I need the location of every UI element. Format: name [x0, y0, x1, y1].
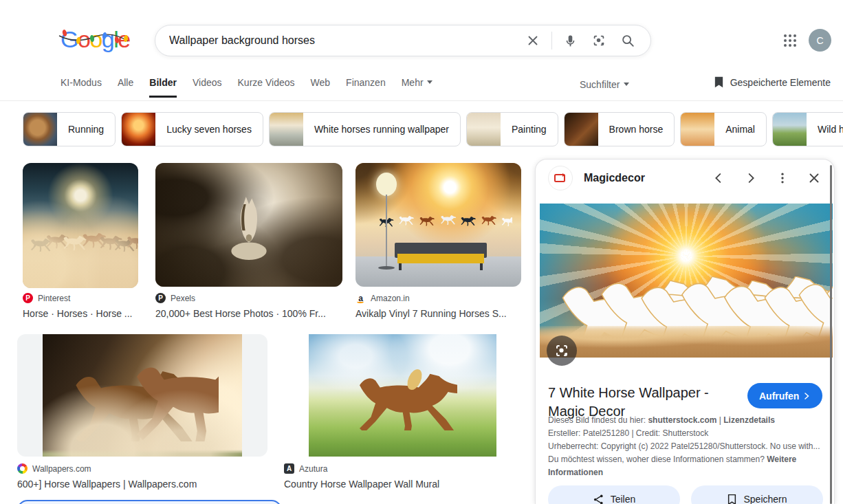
chip-painting[interactable]: Painting — [466, 112, 558, 146]
horse-artwork — [354, 355, 457, 430]
tab-mehr[interactable]: Mehr — [402, 77, 433, 98]
clear-search-icon[interactable] — [518, 33, 547, 48]
tab-alle[interactable]: Alle — [118, 77, 133, 98]
close-panel-button[interactable] — [807, 171, 822, 186]
bookmark-icon — [714, 76, 724, 88]
lens-search-icon[interactable] — [584, 33, 613, 48]
chip-thumbnail — [270, 113, 303, 146]
tab-bilder[interactable]: Bilder — [149, 77, 177, 98]
meta-copyright: Urheberrecht: Copyright (c) 2022 Patel25… — [548, 441, 820, 451]
panel-scrollbar[interactable] — [830, 165, 832, 504]
chip-brown-horse[interactable]: Brown horse — [564, 112, 675, 146]
result-caption: Wallpapers.com 600+] Horse Wallpapers | … — [17, 463, 267, 490]
visit-site-button[interactable]: Aufrufen — [747, 383, 822, 408]
result-image-azutura[interactable] — [284, 334, 521, 457]
result-source[interactable]: Amazon.in — [371, 294, 410, 303]
chip-wild-horses[interactable]: Wild horses — [772, 112, 843, 146]
chip-thumbnail — [467, 113, 501, 146]
related-searches-button[interactable] — [17, 500, 282, 504]
panel-site-name[interactable]: Magicdecor — [584, 172, 645, 184]
result-caption: P Pinterest Horse · Horses · Horse ... — [23, 293, 153, 319]
save-button[interactable]: Speichern — [691, 485, 823, 504]
logo-letter: e — [118, 26, 129, 52]
result-title[interactable]: 20,000+ Best Horse Photos · 100% Fr... — [155, 308, 342, 319]
sofa-seat — [397, 254, 484, 263]
close-icon — [807, 171, 822, 186]
google-logo[interactable]: Google — [61, 25, 130, 54]
result-image-pexels[interactable] — [155, 163, 342, 287]
sofa-leg — [399, 263, 402, 270]
chip-thumbnail — [681, 113, 714, 146]
chip-thumbnail — [565, 113, 598, 146]
share-button[interactable]: Teilen — [548, 485, 680, 504]
tab-ki-modus[interactable]: KI-Modus — [61, 77, 102, 98]
result-image-pinterest[interactable] — [23, 163, 138, 288]
next-image-button[interactable] — [743, 171, 758, 186]
meta-source-link[interactable]: shutterstock.com — [648, 415, 716, 425]
lens-button[interactable] — [547, 336, 577, 366]
share-label: Teilen — [611, 494, 636, 504]
result-caption: A Azutura Country Horse Wallpaper Wall M… — [284, 463, 521, 490]
horses-artwork — [23, 230, 138, 273]
chip-white-horses-running[interactable]: White horses running wallpaper — [269, 112, 461, 146]
bookmark-icon — [727, 494, 737, 504]
search-filter-label: Suchfilter — [580, 79, 620, 90]
license-details-link[interactable]: Lizenzdetails — [723, 415, 775, 425]
google-apps-icon[interactable] — [783, 34, 797, 47]
horses-artwork — [365, 212, 512, 245]
azutura-favicon-icon: A — [284, 463, 294, 474]
result-source[interactable]: Azutura — [299, 464, 327, 474]
saved-items-button[interactable]: Gespeicherte Elemente — [714, 76, 831, 88]
chip-lucky-seven-horses[interactable]: Lucky seven horses — [121, 112, 263, 146]
floor-lamp-base — [378, 266, 395, 270]
sofa-leg — [480, 263, 483, 270]
image-metadata: Dieses Bild findest du hier: shutterstoc… — [548, 414, 826, 453]
avatar[interactable]: C — [809, 29, 831, 52]
tab-kurze-videos[interactable]: Kurze Videos — [238, 77, 295, 98]
search-icon[interactable] — [613, 33, 642, 48]
chevron-right-icon — [743, 171, 758, 186]
result-title[interactable]: Avikalp Vinyl 7 Running Horses S... — [355, 308, 521, 319]
floor-lamp-pole — [386, 195, 387, 267]
divider — [0, 100, 843, 101]
result-source[interactable]: Pinterest — [38, 294, 70, 303]
chevron-down-icon — [427, 80, 433, 84]
voice-search-icon[interactable] — [556, 34, 584, 48]
result-image-wallpapers[interactable] — [17, 334, 267, 457]
result-source[interactable]: Pexels — [171, 294, 195, 303]
result-caption: a Amazon.in Avikalp Vinyl 7 Running Hors… — [355, 293, 521, 319]
visit-label: Aufrufen — [759, 391, 799, 402]
kebab-menu-icon — [776, 171, 789, 185]
image-detail-panel: Magicdecor — [536, 160, 834, 504]
saved-items-label: Gespeicherte Elemente — [730, 77, 831, 88]
result-title[interactable]: 600+] Horse Wallpapers | Wallpapers.com — [17, 479, 267, 490]
logo-letter: g — [102, 26, 113, 52]
previous-image-button[interactable] — [711, 171, 726, 186]
save-label: Speichern — [743, 494, 787, 504]
result-title[interactable]: Country Horse Wallpaper Wall Mural — [284, 479, 521, 490]
result-title[interactable]: Horse · Horses · Horse ... — [23, 308, 153, 319]
chevron-down-icon — [624, 83, 629, 86]
panel-header: Magicdecor — [536, 160, 834, 197]
result-source[interactable]: Wallpapers.com — [32, 464, 91, 474]
logo-letter: o — [78, 26, 89, 52]
horse-artwork — [227, 182, 271, 272]
search-input[interactable]: Wallpaper background horses — [169, 34, 518, 47]
more-options-button[interactable] — [776, 171, 789, 185]
chip-animal[interactable]: Animal — [680, 112, 767, 146]
result-caption: P Pexels 20,000+ Best Horse Photos · 100… — [155, 293, 342, 319]
panel-main-image[interactable] — [540, 204, 833, 358]
logo-letter: G — [61, 26, 78, 52]
meta-separator: | — [716, 415, 723, 425]
result-image-amazon[interactable] — [355, 163, 521, 287]
search-filter-button[interactable]: Suchfilter — [580, 79, 629, 90]
horses-artwork — [67, 352, 219, 441]
divider — [551, 32, 552, 50]
chip-running[interactable]: Running — [23, 112, 116, 146]
search-bar[interactable]: Wallpaper background horses — [155, 25, 651, 56]
tab-web[interactable]: Web — [311, 77, 331, 98]
chevron-right-icon — [802, 392, 811, 400]
tab-finanzen[interactable]: Finanzen — [346, 77, 386, 98]
metadata-info-note: Du möchtest wissen, woher diese Informat… — [548, 453, 811, 479]
tab-videos[interactable]: Videos — [193, 77, 222, 98]
